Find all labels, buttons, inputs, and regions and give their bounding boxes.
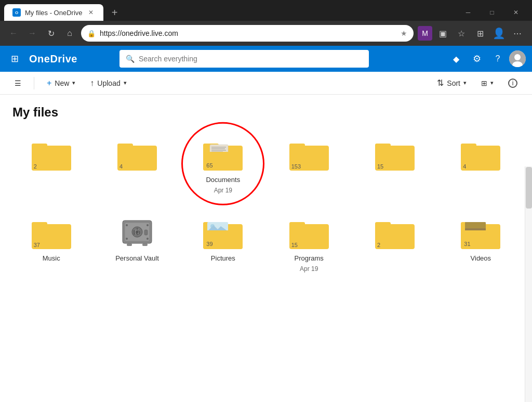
file-name: Documents xyxy=(206,176,240,184)
music-folder-icon: 37 xyxy=(31,215,72,251)
folder-icon: 2 xyxy=(31,136,72,173)
user-avatar[interactable] xyxy=(509,50,526,67)
back-button[interactable]: ← xyxy=(6,26,21,41)
forward-button[interactable]: → xyxy=(25,26,39,41)
svg-point-37 xyxy=(147,238,149,240)
search-bar[interactable]: 🔍 xyxy=(119,50,369,68)
list-item[interactable]: IO Personal Vault xyxy=(98,211,176,277)
search-input[interactable] xyxy=(139,55,363,63)
list-item[interactable]: 4 xyxy=(98,132,176,198)
rewards-icon[interactable]: ◆ xyxy=(447,49,466,68)
svg-text:IO: IO xyxy=(133,229,140,236)
lock-icon: 🔒 xyxy=(87,30,96,37)
scrollbar-thumb[interactable] xyxy=(526,167,532,209)
folder-count: 4 xyxy=(119,163,123,170)
file-name: Pictures xyxy=(211,254,235,262)
favorites-button[interactable]: ☆ xyxy=(453,25,470,42)
page-title: My files xyxy=(12,105,520,120)
scrollbar[interactable] xyxy=(525,166,532,402)
upload-button[interactable]: ↑ Upload ▾ xyxy=(84,75,132,91)
plus-icon: + xyxy=(47,79,51,88)
settings-icon[interactable]: ⚙ xyxy=(468,49,486,68)
svg-point-34 xyxy=(126,224,128,226)
toolbar-right: ⇅ Sort ▾ ⊞ ▾ i xyxy=(431,75,524,91)
folder-icon: 4 xyxy=(116,136,158,173)
address-bar: ← → ↻ ⌂ 🔒 https://onedrive.live.com ★ M … xyxy=(0,21,532,46)
menu-button[interactable]: ☰ xyxy=(8,76,28,90)
list-item[interactable]: 65 Documents Apr 19 xyxy=(184,132,262,198)
list-item[interactable]: 4 xyxy=(442,132,520,198)
home-button[interactable]: ⌂ xyxy=(62,26,77,41)
folder-count: 15 xyxy=(291,242,298,248)
onedrive-header: ⊞ OneDrive 🔍 ◆ ⚙ ? xyxy=(0,46,532,72)
view-button[interactable]: ⊞ ▾ xyxy=(475,76,500,90)
list-item[interactable]: 31 Videos xyxy=(442,211,520,277)
svg-rect-21 xyxy=(289,144,305,149)
active-tab[interactable]: O My files - OneDrive ✕ xyxy=(4,4,103,21)
list-item[interactable]: 39 Pictures xyxy=(184,211,262,277)
svg-point-3 xyxy=(514,54,521,60)
sort-icon: ⇅ xyxy=(437,78,444,88)
upload-label: Upload xyxy=(97,79,120,87)
upload-icon: ↑ xyxy=(90,79,94,88)
hamburger-icon: ☰ xyxy=(15,79,21,87)
new-label: New xyxy=(55,79,69,87)
new-button[interactable]: + New ▾ xyxy=(41,75,82,91)
window-controls: ─ □ ✕ xyxy=(456,4,528,21)
extensions-button[interactable]: M xyxy=(418,26,432,41)
folder-count: 153 xyxy=(291,163,301,170)
bookmark-icon[interactable]: ★ xyxy=(401,29,407,37)
documents-folder-icon: 65 xyxy=(202,136,244,173)
svg-rect-39 xyxy=(142,243,148,246)
folder-count: 39 xyxy=(206,241,212,247)
profile-button[interactable]: 👤 xyxy=(490,25,507,42)
file-name: Programs xyxy=(294,254,323,262)
folder-count: 15 xyxy=(377,163,383,170)
apps-grid-icon[interactable]: ⊞ xyxy=(6,50,23,67)
svg-rect-51 xyxy=(375,224,415,249)
tab-bar: O My files - OneDrive ✕ + ─ □ ✕ xyxy=(0,0,532,21)
pictures-folder-icon: 39 xyxy=(202,215,244,251)
collections-button[interactable]: ⊞ xyxy=(472,25,488,42)
close-button[interactable]: ✕ xyxy=(504,4,528,21)
minimize-button[interactable]: ─ xyxy=(456,4,480,21)
svg-rect-33 xyxy=(144,230,148,235)
grid-view-icon: ⊞ xyxy=(481,79,487,87)
sort-button[interactable]: ⇅ Sort ▾ xyxy=(431,75,473,91)
toolbar-divider xyxy=(34,77,34,89)
help-icon[interactable]: ? xyxy=(488,49,507,68)
address-actions: M ▣ ☆ ⊞ 👤 ⋯ xyxy=(418,25,526,42)
new-tab-button[interactable]: + xyxy=(108,5,122,20)
file-name: Music xyxy=(43,254,60,262)
file-browser: My files 2 xyxy=(0,95,532,402)
svg-rect-25 xyxy=(461,144,476,149)
tab-close-button[interactable]: ✕ xyxy=(87,8,95,17)
tab-title: My files - OneDrive xyxy=(25,9,83,17)
url-bar[interactable]: 🔒 https://onedrive.live.com ★ xyxy=(81,25,414,42)
list-item[interactable]: 2 xyxy=(356,211,433,277)
vault-icon: IO xyxy=(116,215,158,251)
svg-rect-50 xyxy=(289,222,305,227)
svg-rect-23 xyxy=(375,144,391,149)
maximize-button[interactable]: □ xyxy=(480,4,504,21)
list-item[interactable]: 37 Music xyxy=(12,211,90,277)
svg-rect-24 xyxy=(461,146,500,171)
info-button[interactable]: i xyxy=(502,75,524,91)
svg-rect-52 xyxy=(375,222,391,227)
svg-rect-27 xyxy=(32,222,47,227)
more-button[interactable]: ⋯ xyxy=(509,25,526,42)
svg-rect-9 xyxy=(117,144,133,149)
split-view-button[interactable]: ▣ xyxy=(434,25,451,42)
svg-point-36 xyxy=(126,238,128,240)
list-item[interactable]: 153 xyxy=(270,132,348,198)
folder-icon: 153 xyxy=(288,136,330,173)
list-item[interactable]: 15 Programs Apr 19 xyxy=(270,211,348,277)
view-chevron-icon: ▾ xyxy=(490,80,494,86)
folder-count: 2 xyxy=(34,163,37,170)
folder-count: 65 xyxy=(206,162,212,168)
upload-chevron-icon: ▾ xyxy=(124,80,127,86)
list-item[interactable]: 2 xyxy=(12,132,90,198)
sort-label: Sort xyxy=(447,79,460,87)
refresh-button[interactable]: ↻ xyxy=(44,26,58,41)
list-item[interactable]: 15 xyxy=(356,132,433,198)
